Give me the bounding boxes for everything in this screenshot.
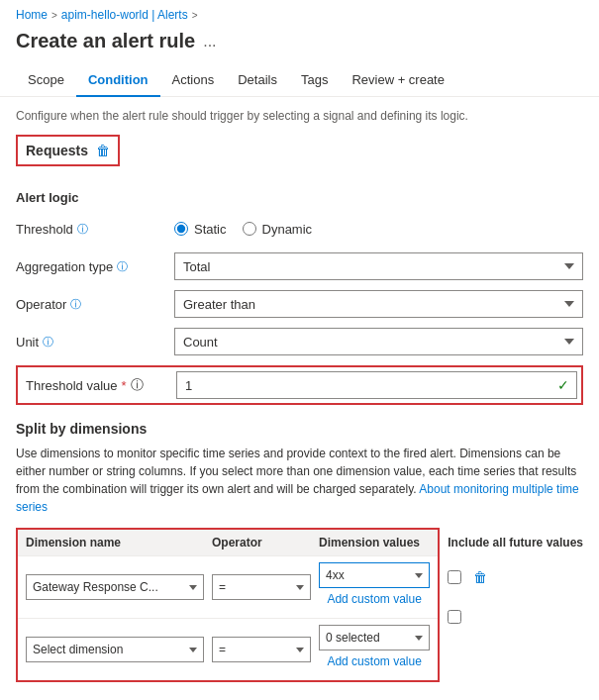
dim1-operator-select[interactable]: = — [212, 574, 311, 600]
threshold-dynamic-radio[interactable] — [243, 222, 256, 236]
tab-review[interactable]: Review + create — [340, 64, 456, 97]
page-title: Create an alert rule — [16, 30, 195, 52]
include-future-header: Include all future values — [448, 528, 583, 557]
tab-tags[interactable]: Tags — [289, 64, 340, 97]
threshold-value-label: Threshold value * ⓘ — [22, 376, 176, 394]
threshold-required-star: * — [122, 378, 127, 393]
include-future-row1: 🗑 — [448, 557, 583, 597]
dimensions-outer: Dimension name Operator Dimension values… — [16, 528, 583, 690]
threshold-dynamic-option[interactable]: Dynamic — [243, 222, 313, 237]
threshold-row: Threshold ⓘ Static Dynamic — [16, 215, 583, 243]
requests-title: Requests — [26, 143, 88, 158]
include-future-col: Include all future values 🗑 — [448, 528, 583, 637]
dim1-add-custom-link[interactable]: Add custom value — [319, 588, 430, 612]
aggregation-label: Aggregation type ⓘ — [16, 259, 174, 274]
unit-row: Unit ⓘ Count — [16, 328, 583, 355]
requests-delete-icon[interactable]: 🗑 — [96, 143, 110, 158]
aggregation-control[interactable]: Total — [174, 252, 583, 280]
threshold-info-icon[interactable]: ⓘ — [77, 222, 88, 237]
breadcrumb-home[interactable]: Home — [16, 8, 48, 22]
dim2-values-wrapper: 0 selected Add custom value — [319, 625, 430, 674]
threshold-static-radio[interactable] — [174, 222, 188, 236]
unit-select[interactable]: Count — [174, 328, 583, 355]
operator-info-icon[interactable]: ⓘ — [70, 297, 81, 312]
split-title: Split by dimensions — [16, 421, 583, 437]
dim2-operator-select[interactable]: = — [212, 637, 311, 662]
tab-scope[interactable]: Scope — [16, 64, 76, 97]
page-title-area: Create an alert rule ... — [0, 26, 599, 64]
dim2-add-custom-link[interactable]: Add custom value — [319, 650, 430, 674]
aggregation-info-icon[interactable]: ⓘ — [117, 259, 128, 274]
split-description: Use dimensions to monitor specific time … — [16, 445, 583, 516]
threshold-static-option[interactable]: Static — [174, 222, 227, 237]
requests-section-header: Requests 🗑 — [16, 135, 120, 166]
threshold-value-input[interactable] — [176, 371, 577, 399]
threshold-control: Static Dynamic — [174, 222, 583, 237]
dimensions-table: Dimension name Operator Dimension values… — [16, 528, 440, 682]
dim1-values-select[interactable]: 4xx — [319, 562, 430, 588]
split-section: Split by dimensions Use dimensions to mo… — [16, 421, 583, 690]
operator-select[interactable]: Greater than — [174, 290, 583, 318]
dim1-values-wrapper: 4xx Add custom value — [319, 562, 430, 612]
breadcrumb-sep2: > — [192, 10, 198, 21]
threshold-value-info-icon[interactable]: ⓘ — [131, 376, 144, 394]
aggregation-row: Aggregation type ⓘ Total — [16, 252, 583, 280]
alert-logic-title: Alert logic — [16, 190, 583, 205]
main-content: Configure when the alert rule should tri… — [0, 97, 599, 700]
unit-label: Unit ⓘ — [16, 335, 174, 350]
unit-control[interactable]: Count — [174, 328, 583, 355]
dim2-include-future-checkbox[interactable] — [448, 610, 461, 624]
dim1-include-future-checkbox[interactable] — [448, 570, 461, 584]
dim2-name-select[interactable]: Select dimension — [26, 637, 204, 662]
dim1-delete-icon[interactable]: 🗑 — [473, 569, 487, 585]
breadcrumb: Home > apim-hello-world | Alerts > — [0, 0, 599, 26]
dim-col-values: Dimension values — [319, 536, 430, 550]
threshold-value-row: Threshold value * ⓘ ✓ — [16, 365, 583, 405]
dim2-values-select[interactable]: 0 selected — [319, 625, 430, 650]
threshold-value-wrapper: ✓ — [176, 371, 577, 399]
unit-info-icon[interactable]: ⓘ — [43, 335, 53, 350]
threshold-check-icon: ✓ — [557, 377, 569, 393]
include-future-row2 — [448, 597, 583, 637]
dimensions-table-wrapper: Dimension name Operator Dimension values… — [16, 528, 440, 690]
tab-details[interactable]: Details — [226, 64, 289, 97]
aggregation-select[interactable]: Total — [174, 252, 583, 280]
breadcrumb-sep1: > — [51, 10, 57, 21]
tab-condition[interactable]: Condition — [76, 64, 160, 97]
dim1-name-select[interactable]: Gateway Response C... — [26, 574, 204, 600]
operator-label: Operator ⓘ — [16, 297, 174, 312]
page-description: Configure when the alert rule should tri… — [16, 109, 583, 123]
dimension-row-1: Gateway Response C... = 4xx Add custom v… — [18, 556, 438, 618]
tab-actions[interactable]: Actions — [160, 64, 227, 97]
breadcrumb-resource[interactable]: apim-hello-world | Alerts — [61, 8, 188, 22]
operator-row: Operator ⓘ Greater than — [16, 290, 583, 318]
dim-col-operator: Operator — [212, 536, 311, 550]
operator-control[interactable]: Greater than — [174, 290, 583, 318]
dimensions-header: Dimension name Operator Dimension values — [18, 530, 438, 556]
tab-bar: Scope Condition Actions Details Tags Rev… — [0, 64, 599, 97]
page-menu-icon[interactable]: ... — [203, 33, 216, 50]
dim-col-name: Dimension name — [26, 536, 204, 550]
threshold-radio-group: Static Dynamic — [174, 222, 583, 237]
dimension-row-2: Select dimension = 0 selected Add custom… — [18, 618, 438, 680]
threshold-label: Threshold ⓘ — [16, 222, 174, 237]
